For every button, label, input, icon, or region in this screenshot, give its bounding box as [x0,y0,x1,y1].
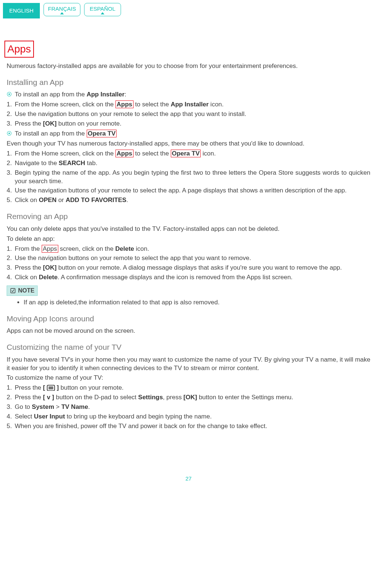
lang-tab-francais[interactable]: FRANÇAIS [44,3,80,16]
list-item: Press the [OK] button on your remote. A … [15,264,370,272]
list-item: Click on Delete. A confirmation message … [15,273,370,282]
list-item: From the Home screen, click on the Apps … [15,150,370,158]
install-lead-1: To install an app from the App Installer… [7,90,370,99]
custom-lead: If you have several TV's in your home th… [7,356,370,373]
remove-lead: You can only delete apps that you've ins… [7,225,370,233]
lang-label: ESPAÑOL [90,5,115,13]
intro-text: Numerous factory-installed apps are avai… [7,62,370,71]
note-badge: NOTE [7,286,38,296]
list-item: Select User Input to bring up the keyboa… [15,413,370,421]
list-item: Press the [ v ] button on the D-pad to s… [15,393,370,402]
heading-removing: Removing an App [7,211,370,222]
page-title: Apps [4,41,34,58]
remove-steps: From the Apps screen, click on the Delet… [7,245,370,282]
lang-tab-espanol[interactable]: ESPAÑOL [84,3,121,16]
heading-moving: Moving App Icons around [7,314,370,324]
list-item: From the Home screen, click on the Apps … [15,100,370,109]
list-item: Go to System > TV Name. [15,403,370,411]
install-lead-2: To install an app from the Opera TV: [7,130,370,138]
language-tabs: ENGLISH FRANÇAIS ESPAÑOL [3,3,370,18]
custom-steps: Press the [ ] button on your remote. Pre… [7,384,370,431]
lang-tab-english[interactable]: ENGLISH [3,3,40,18]
list-item: Press the [OK] button on your remote. [15,120,370,128]
note-list: If an app is deleted,the information rel… [24,298,370,307]
list-item: Use the navigation buttons of your remot… [15,187,370,195]
list-item: Use the navigation buttons on your remot… [15,110,370,119]
collapse-up-icon [60,12,64,14]
even-though-text: Even though your TV has numerous factory… [7,140,370,148]
list-item: Use the navigation buttons on your remot… [15,254,370,263]
list-item: When you are finished, power off the TV … [15,422,370,431]
list-item: From the Apps screen, click on the Delet… [15,245,370,253]
list-item: Begin typing the name of the app. As you… [15,169,370,186]
install-steps-1: From the Home screen, click on the Apps … [7,100,370,128]
lang-label: FRANÇAIS [48,5,76,13]
install-steps-2: From the Home screen, click on the Apps … [7,150,370,205]
moving-text: Apps can not be moved around on the scre… [7,327,370,335]
page-number: 27 [7,475,370,482]
remove-sublead: To delete an app: [7,235,370,243]
custom-sublead: To customize the name of your TV: [7,374,370,382]
heading-installing: Installing an App [7,77,370,88]
note-item: If an app is deleted,the information rel… [24,298,370,307]
list-item: Navigate to the SEARCH tab. [15,159,370,168]
note-check-icon [10,288,16,294]
list-item: Click on OPEN or ADD TO FAVORITES. [15,196,370,205]
heading-custom: Customizing the name of your TV [7,342,370,352]
lang-label: ENGLISH [9,7,34,14]
list-item: Press the [ ] button on your remote. [15,384,370,392]
svg-rect-0 [11,288,15,293]
note-label: NOTE [18,287,34,295]
remote-menu-icon [47,385,55,391]
collapse-up-icon [101,12,104,14]
